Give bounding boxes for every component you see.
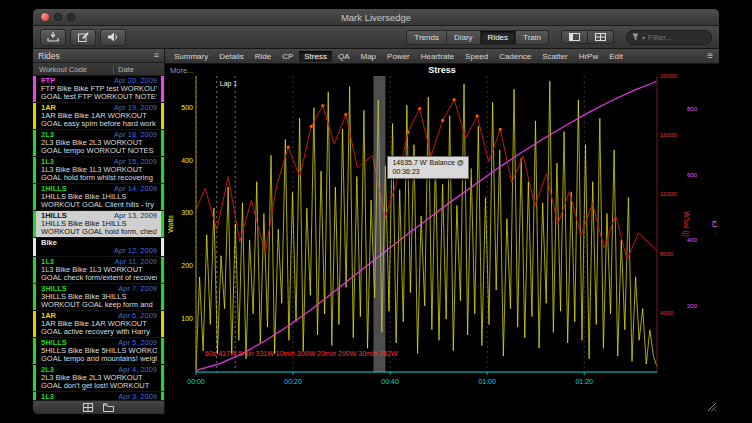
list-item[interactable]: 1L3Apr 11, 20091L3 Bike Bike 1L3 WORKOUT…	[33, 257, 164, 284]
list-item[interactable]: FTPApr 20, 2009FTP Bike Bike FTP test WO…	[33, 76, 164, 103]
svg-text:60s 417W 5min 331W 10min 3: 60s 417W 5min 331W 10min 309W 20min 290W…	[205, 350, 398, 357]
compose-button[interactable]	[70, 29, 96, 46]
workout-desc: WORKOUT GOAL hold form, check	[41, 228, 157, 236]
tab-hrpw[interactable]: HrPw	[574, 51, 604, 62]
scope-tab-rides[interactable]: Rides	[481, 30, 516, 45]
svg-text:00:40: 00:40	[381, 378, 399, 385]
tab-cadence[interactable]: Cadence	[494, 51, 536, 62]
list-item[interactable]: 1ARApr 19, 20091AR Bike Bike 1AR WORKOUT…	[33, 103, 164, 130]
tab-scatter[interactable]: Scatter	[537, 51, 572, 62]
workout-code: 1AR	[41, 104, 56, 112]
list-item[interactable]: BikeApr 12, 2009	[33, 238, 164, 257]
zoom-button[interactable]	[67, 13, 75, 21]
scope-tab-train[interactable]: Train	[516, 30, 549, 45]
color-stripe	[33, 76, 36, 102]
svg-text:01:00: 01:00	[478, 378, 496, 385]
color-stripe	[33, 257, 36, 283]
sidebar: Rides ≡ Workout Code Date FTPApr 20, 200…	[33, 49, 165, 414]
workout-date: Apr 5, 2009	[118, 339, 157, 347]
tab-power[interactable]: Power	[382, 51, 415, 62]
scope-tab-diary[interactable]: Diary	[447, 30, 481, 45]
main-panel: SummaryDetailsRideCPStressQAMapPowerHear…	[165, 49, 719, 414]
list-item[interactable]: 2L3Apr 4, 20092L3 Bike Bike 2L3 WORKOUTG…	[33, 365, 164, 392]
tab-heartrate[interactable]: Heartrate	[416, 51, 459, 62]
list-item[interactable]: 1HILLSApr 14, 20091HILLS Bike Bike 1HILL…	[33, 184, 164, 211]
sidebar-column-header: Workout Code Date	[33, 63, 164, 76]
workout-code: 1L3	[41, 258, 54, 266]
import-button[interactable]	[40, 29, 66, 46]
tab-speed[interactable]: Speed	[460, 51, 493, 62]
workout-date: Apr 20, 2009	[114, 77, 157, 85]
color-stripe	[33, 338, 36, 364]
svg-text:Lap 1: Lap 1	[220, 80, 238, 88]
list-item[interactable]: 1HILLSApr 13, 20091HILLS Bike Bike 1HILL…	[33, 211, 164, 238]
column-date[interactable]: Date	[113, 65, 164, 74]
list-item[interactable]: 1L3Apr 3, 2009	[33, 392, 164, 400]
svg-text:Watts: Watts	[167, 215, 174, 233]
more-button[interactable]: More...	[170, 66, 193, 75]
resize-grip[interactable]	[707, 402, 717, 412]
svg-text:W'bal (j): W'bal (j)	[682, 211, 690, 236]
workout-desc: WORKOUT GOAL keep form and	[41, 301, 157, 309]
sidebar-toggle-button[interactable]	[561, 30, 588, 44]
scope-tab-trends[interactable]: Trends	[406, 30, 447, 45]
funnel-icon	[632, 33, 639, 41]
workout-desc: GOAL test FTP WORKOUT NOTES	[41, 93, 157, 101]
color-stripe	[161, 76, 164, 102]
chart-tab-menu-icon[interactable]: ≡	[707, 51, 715, 61]
color-stripe	[33, 311, 36, 337]
workout-date: Apr 3, 2009	[118, 393, 157, 400]
color-stripe	[161, 238, 164, 256]
workout-desc: 2L3 Bike Bike 2L3 WORKOUT	[41, 139, 157, 147]
workout-code: 2L3	[41, 131, 54, 139]
tab-ride[interactable]: Ride	[250, 51, 276, 62]
list-item[interactable]: 1L3Apr 15, 20091L3 Bike Bike 1L3 WORKOUT…	[33, 157, 164, 184]
tab-details[interactable]: Details	[214, 51, 248, 62]
color-stripe	[33, 238, 36, 256]
svg-text:kJ: kJ	[711, 221, 718, 228]
traffic-lights	[41, 13, 75, 21]
sidebar-menu-icon[interactable]: ≡	[154, 51, 159, 60]
filter-input[interactable]	[648, 33, 706, 42]
tab-edit[interactable]: Edit	[604, 51, 628, 62]
grid-view-icon[interactable]	[83, 403, 93, 412]
filter-dropdown-arrow-icon[interactable]: ▾	[642, 34, 645, 41]
list-item[interactable]: 1ARApr 6, 20091AR Bike Bike 1AR WORKOUTG…	[33, 311, 164, 338]
tab-qa[interactable]: QA	[333, 51, 355, 62]
toolbar-audio-button[interactable]	[100, 29, 126, 46]
workout-date: Apr 11, 2009	[115, 258, 157, 266]
svg-text:100: 100	[181, 315, 193, 322]
color-stripe	[33, 392, 36, 400]
compose-pencil-icon	[78, 32, 89, 42]
tiled-view-button[interactable]	[588, 30, 614, 44]
svg-text:400: 400	[687, 237, 698, 243]
workout-desc: FTP Bike Bike FTP test WORKOUT	[41, 85, 157, 93]
svg-text:8000: 8000	[660, 251, 674, 257]
tab-map[interactable]: Map	[356, 51, 382, 62]
minimize-button[interactable]	[54, 13, 62, 21]
workout-desc: GOAL easy spim before hard work	[41, 120, 157, 128]
svg-text:600: 600	[687, 172, 698, 178]
color-stripe	[33, 130, 36, 156]
svg-text:00:00: 00:00	[187, 378, 205, 385]
column-workout-code[interactable]: Workout Code	[33, 65, 113, 74]
color-stripe	[161, 311, 164, 337]
tab-cp[interactable]: CP	[277, 51, 298, 62]
folder-icon[interactable]	[103, 403, 114, 412]
workout-date: Apr 14, 2009	[114, 185, 157, 193]
chart-title: Stress	[165, 65, 719, 75]
svg-text:500: 500	[181, 104, 193, 111]
pane-left-icon	[569, 33, 580, 41]
color-stripe	[161, 257, 164, 283]
tab-summary[interactable]: Summary	[169, 51, 213, 62]
close-button[interactable]	[41, 13, 49, 21]
list-item[interactable]: 2L3Apr 18, 20092L3 Bike Bike 2L3 WORKOUT…	[33, 130, 164, 157]
window-title: Mark Liversedge	[33, 12, 719, 23]
stress-chart[interactable]: Lap 100:0000:2000:4001:0001:201002003004…	[165, 64, 719, 414]
svg-text:300: 300	[181, 209, 193, 216]
filter-field[interactable]: ▾	[626, 30, 712, 45]
tab-stress[interactable]: Stress	[299, 51, 332, 62]
workout-code: 2L3	[41, 366, 54, 374]
list-item[interactable]: 3HILLSApr 7, 20093HILLS Bike Bike 3HILLS…	[33, 284, 164, 311]
list-item[interactable]: 5HILLSApr 5, 20095HILLS Bike Bike 5HILLS…	[33, 338, 164, 365]
